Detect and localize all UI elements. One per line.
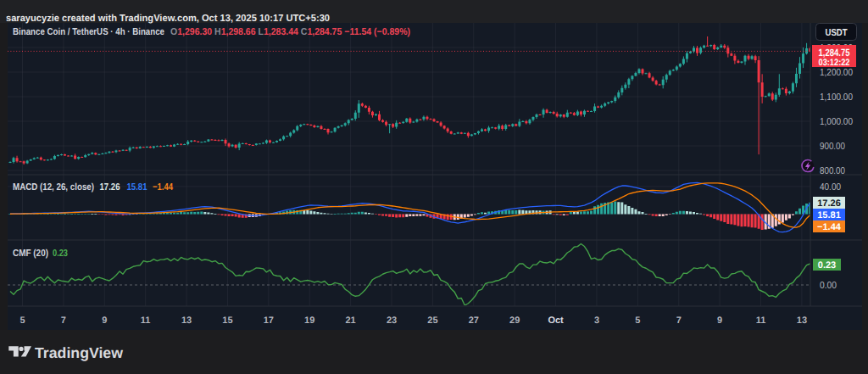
svg-text:1,100.00: 1,100.00	[820, 92, 853, 103]
svg-text:3: 3	[594, 315, 599, 326]
svg-text:23: 23	[387, 315, 397, 326]
svg-text:TradingView: TradingView	[35, 344, 123, 361]
svg-text:11: 11	[756, 315, 766, 326]
svg-text:27: 27	[469, 315, 479, 326]
svg-text:0.00: 0.00	[820, 281, 837, 291]
svg-text:−1.44: −1.44	[817, 222, 842, 232]
svg-text:900.00: 900.00	[820, 142, 845, 152]
svg-text:0.23: 0.23	[818, 260, 836, 271]
svg-text:0.23: 0.23	[53, 248, 68, 259]
svg-text:11: 11	[141, 315, 151, 326]
svg-text:7: 7	[676, 315, 682, 326]
svg-text:CMF (20): CMF (20)	[13, 248, 48, 259]
svg-text:USDT: USDT	[826, 28, 848, 38]
svg-text:13: 13	[181, 315, 192, 326]
svg-text:15: 15	[222, 315, 232, 326]
svg-text:−1.44: −1.44	[153, 182, 173, 193]
svg-text:13: 13	[797, 315, 807, 326]
svg-text:800.00: 800.00	[820, 166, 845, 176]
svg-text:17.26: 17.26	[817, 198, 841, 209]
svg-text:sarayucyzie created with Tradi: sarayucyzie created with TradingView.com…	[6, 14, 330, 24]
svg-text:17.26: 17.26	[100, 182, 120, 193]
svg-text:21: 21	[345, 315, 355, 326]
svg-text:5: 5	[635, 315, 640, 326]
svg-text:15.81: 15.81	[127, 182, 148, 193]
svg-text:40.00: 40.00	[820, 182, 841, 193]
svg-text:29: 29	[509, 315, 520, 326]
svg-text:03:12:22: 03:12:22	[819, 58, 850, 68]
svg-text:25: 25	[427, 315, 437, 326]
svg-text:17: 17	[264, 315, 274, 326]
svg-text:1,284.75: 1,284.75	[819, 47, 850, 59]
svg-text:Oct: Oct	[548, 315, 564, 326]
svg-text:9: 9	[717, 315, 722, 326]
svg-text:19: 19	[304, 315, 314, 326]
svg-text:1,000.00: 1,000.00	[820, 117, 853, 127]
svg-text:1,200.00: 1,200.00	[820, 68, 853, 78]
svg-text:MACD (12, 26, close): MACD (12, 26, close)	[13, 182, 94, 193]
svg-text:7: 7	[61, 315, 66, 326]
svg-text:15.81: 15.81	[817, 210, 841, 220]
svg-text:Binance Coin / TetherUS · 4h ·: Binance Coin / TetherUS · 4h · Binance	[13, 27, 164, 37]
svg-text:5: 5	[19, 315, 25, 326]
svg-text:9: 9	[102, 315, 107, 326]
svg-text:O1,296.30 H1,298.66 L1,283.44: O1,296.30 H1,298.66 L1,283.44 C1,284.75 …	[170, 27, 410, 37]
